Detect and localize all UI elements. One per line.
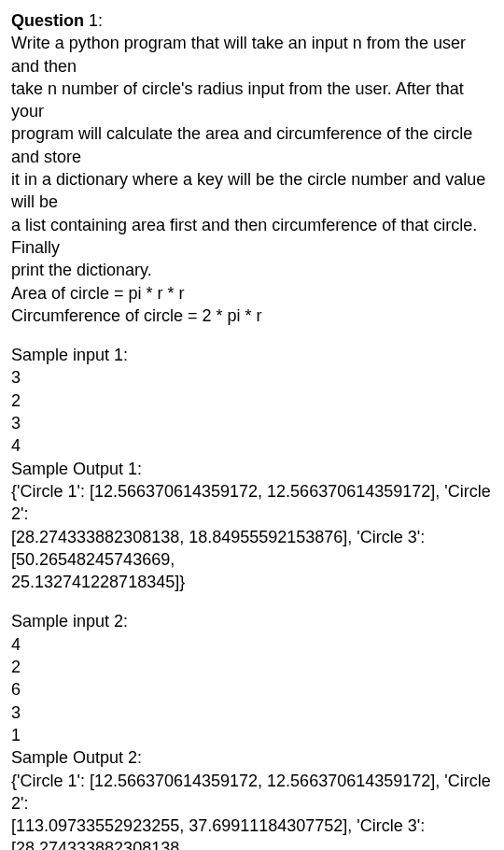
- sample-input-2-block: Sample input 2: 4 2 6 3 1 Sample Output …: [11, 610, 493, 850]
- question-line: a list containing area first and then ci…: [11, 214, 493, 260]
- question-line: Write a python program that will take an…: [11, 32, 493, 78]
- sample-input-1-line: 3: [11, 366, 493, 389]
- question-label-number: 1:: [84, 11, 103, 30]
- sample-input-2-line: 6: [11, 678, 493, 701]
- question-line: take n number of circle's radius input f…: [11, 78, 493, 123]
- question-line: program will calculate the area and circ…: [11, 122, 493, 168]
- sample-output-1-line: [28.274333882308138, 18.84955592153876],…: [11, 526, 493, 572]
- sample-input-1-block: Sample input 1: 3 2 3 4 Sample Output 1:…: [11, 344, 493, 593]
- question-line: Area of circle = pi * r * r: [11, 282, 493, 305]
- sample-input-1-line: 4: [11, 434, 493, 457]
- sample-output-2-line: {'Circle 1': [12.566370614359172, 12.566…: [11, 770, 493, 815]
- question-body: Write a python program that will take an…: [11, 32, 493, 327]
- sample-input-2-line: 3: [11, 701, 493, 724]
- sample-output-2-label: Sample Output 2:: [11, 746, 493, 769]
- sample-output-2-line: [113.09733552923255, 37.69911184307752],…: [11, 815, 493, 850]
- sample-output-1-line: {'Circle 1': [12.566370614359172, 12.566…: [11, 480, 493, 526]
- sample-input-2-line: 1: [11, 724, 493, 746]
- question-line: print the dictionary.: [11, 259, 493, 281]
- sample-input-2-line: 2: [11, 656, 493, 678]
- question-line: it in a dictionary where a key will be t…: [11, 168, 493, 214]
- sample-input-1-label: Sample input 1:: [11, 344, 493, 366]
- sample-output-1-label: Sample Output 1:: [11, 458, 493, 480]
- sample-input-1-line: 3: [11, 412, 493, 434]
- question-block: Question 1: Write a python program that …: [11, 9, 493, 327]
- question-label-bold: Question: [11, 11, 84, 30]
- sample-input-1-line: 2: [11, 390, 493, 412]
- question-label: Question 1:: [11, 11, 103, 30]
- sample-input-2-line: 4: [11, 633, 493, 656]
- sample-input-2-label: Sample input 2:: [11, 610, 493, 632]
- question-line: Circumference of circle = 2 * pi * r: [11, 305, 493, 327]
- sample-output-1-line: 25.132741228718345]}: [11, 571, 493, 593]
